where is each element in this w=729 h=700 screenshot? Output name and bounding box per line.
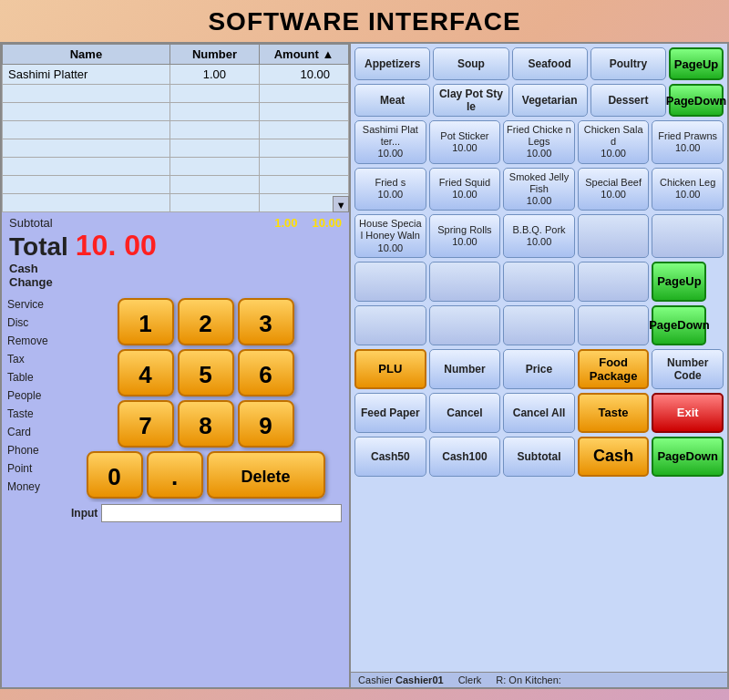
table-row <box>3 158 349 176</box>
menu-item-18[interactable] <box>578 262 650 302</box>
main-title: SOFTWARE INTERFACE <box>0 0 729 42</box>
num-4[interactable]: 4 <box>118 349 174 396</box>
menu-grid-2: Fried s10.00 Fried Squid10.00 Smoked Jel… <box>351 166 727 213</box>
label-remove[interactable]: Remove <box>4 333 62 349</box>
cat-claypot[interactable]: Clay Pot Sty le <box>433 84 508 117</box>
menu-item-7[interactable]: Smoked Jelly Fish10.00 <box>503 168 575 211</box>
cat-vegetarian[interactable]: Vegetarian <box>512 84 588 117</box>
total-value: 10. 00 <box>76 230 157 262</box>
menu-item-20[interactable] <box>354 305 426 345</box>
input-field[interactable] <box>101 504 342 522</box>
col-name: Name <box>3 45 170 65</box>
menu-item-11[interactable]: Spring Rolls10.00 <box>429 214 501 258</box>
menu-grid-5: PageDown <box>351 304 727 347</box>
label-service[interactable]: Service <box>4 296 62 313</box>
label-tax[interactable]: Tax <box>4 351 62 367</box>
price-btn[interactable]: Price <box>503 349 575 389</box>
label-disc[interactable]: Disc <box>4 314 62 331</box>
label-card[interactable]: Card <box>4 424 62 440</box>
menu-grid-4: PageUp <box>351 260 727 304</box>
num-7[interactable]: 7 <box>118 400 174 448</box>
menu-item-2[interactable]: Fried Chicke n Legs10.00 <box>503 120 575 164</box>
feed-paper-btn[interactable]: Feed Paper <box>354 393 426 433</box>
total-label: Total <box>9 232 68 262</box>
menu-item-10[interactable]: House Specia l Honey Waln10.00 <box>354 214 426 258</box>
col-number: Number <box>169 45 259 65</box>
order-body: Sashimi Platter 1.00 10.00 <box>3 65 349 212</box>
cancel-all-btn[interactable]: Cancel All <box>503 393 575 433</box>
label-phone[interactable]: Phone <box>4 442 62 458</box>
pagedown-btn-bot[interactable]: PageDown <box>652 437 724 477</box>
pagedown-btn-top[interactable]: PageDown <box>669 84 724 117</box>
menu-item-12[interactable]: B.B.Q. Pork10.00 <box>503 214 575 258</box>
table-row <box>3 121 349 139</box>
label-taste[interactable]: Taste <box>4 406 62 422</box>
order-table-wrap: Name Number Amount ▲ Sashimi Platter 1.0… <box>2 44 349 212</box>
num-6[interactable]: 6 <box>238 349 294 396</box>
food-package-btn[interactable]: Food Package <box>578 349 650 389</box>
menu-item-21[interactable] <box>429 305 501 345</box>
menu-item-22[interactable] <box>503 305 575 345</box>
status-bar: Cashier Cashier01 Clerk R: On Kitchen: <box>351 672 727 687</box>
label-people[interactable]: People <box>4 387 62 404</box>
cat-poultry[interactable]: Poultry <box>590 47 666 80</box>
totals-area: Subtotal 1.00 10.00 Total 10. 00 Cash Ch… <box>2 212 349 293</box>
plu-btn[interactable]: PLU <box>354 349 426 389</box>
table-scroll-down[interactable]: ▼ <box>333 196 349 212</box>
menu-item-1[interactable]: Pot Sticker10.00 <box>429 120 501 164</box>
num-3[interactable]: 3 <box>238 298 294 345</box>
cat-appetizers[interactable]: Appetizers <box>354 47 430 80</box>
input-label: Input <box>71 507 98 520</box>
pageup-btn-mid[interactable]: PageUp <box>652 262 706 302</box>
left-panel: Name Number Amount ▲ Sashimi Platter 1.0… <box>2 44 351 687</box>
exit-btn[interactable]: Exit <box>652 393 724 433</box>
cash50-btn[interactable]: Cash50 <box>354 437 426 477</box>
taste-btn[interactable]: Taste <box>578 393 650 433</box>
label-point[interactable]: Point <box>4 460 62 477</box>
menu-item-17[interactable] <box>503 262 575 302</box>
menu-item-6[interactable]: Fried Squid10.00 <box>429 168 501 211</box>
num-2[interactable]: 2 <box>178 298 234 345</box>
menu-item-5[interactable]: Fried s10.00 <box>354 168 426 211</box>
menu-item-15[interactable] <box>354 262 426 302</box>
action-row-1: PLU Number Price Food Package Number Cod… <box>351 347 727 391</box>
table-row <box>3 139 349 158</box>
table-row[interactable]: Sashimi Platter 1.00 10.00 <box>3 65 349 85</box>
num-1[interactable]: 1 <box>118 298 174 345</box>
number-code-btn[interactable]: Number Code <box>652 349 724 389</box>
menu-grid-1: Sashimi Plat ter...10.00 Pot Sticker10.0… <box>351 118 727 166</box>
cash100-btn[interactable]: Cash100 <box>429 437 501 477</box>
delete-button[interactable]: Delete <box>207 451 325 499</box>
num-8[interactable]: 8 <box>178 400 234 448</box>
num-9[interactable]: 9 <box>238 400 294 448</box>
input-row: Input <box>67 502 344 524</box>
number-btn[interactable]: Number <box>429 349 501 389</box>
menu-item-13[interactable] <box>578 214 650 258</box>
menu-item-16[interactable] <box>429 262 501 302</box>
num-5[interactable]: 5 <box>178 349 234 396</box>
col-amount: Amount ▲ <box>259 45 348 65</box>
table-row <box>3 176 349 194</box>
cash-label: Cash <box>9 262 342 275</box>
pagedown-btn-mid[interactable]: PageDown <box>652 305 706 345</box>
num-0[interactable]: 0 <box>87 451 143 499</box>
num-dot[interactable]: . <box>147 451 203 499</box>
label-money[interactable]: Money <box>4 479 62 495</box>
cash-btn[interactable]: Cash <box>578 437 650 477</box>
menu-item-4[interactable]: Fried Prawns10.00 <box>652 120 724 164</box>
menu-item-0[interactable]: Sashimi Plat ter...10.00 <box>354 120 426 164</box>
cat-meat[interactable]: Meat <box>354 84 430 117</box>
menu-item-14[interactable] <box>652 214 724 258</box>
pageup-btn-top[interactable]: PageUp <box>669 47 724 80</box>
cat-seafood[interactable]: Seafood <box>512 47 588 80</box>
menu-grid-3: House Specia l Honey Waln10.00 Spring Ro… <box>351 212 727 260</box>
cancel-btn[interactable]: Cancel <box>429 393 501 433</box>
cat-soup[interactable]: Soup <box>433 47 508 80</box>
subtotal-btn[interactable]: Subtotal <box>503 437 575 477</box>
menu-item-8[interactable]: Special Beef10.00 <box>578 168 650 211</box>
cat-dessert[interactable]: Dessert <box>590 84 666 117</box>
menu-item-23[interactable] <box>578 305 650 345</box>
menu-item-9[interactable]: Chicken Leg10.00 <box>652 168 724 211</box>
menu-item-3[interactable]: Chicken Sala d10.00 <box>578 120 650 164</box>
label-table[interactable]: Table <box>4 369 62 386</box>
